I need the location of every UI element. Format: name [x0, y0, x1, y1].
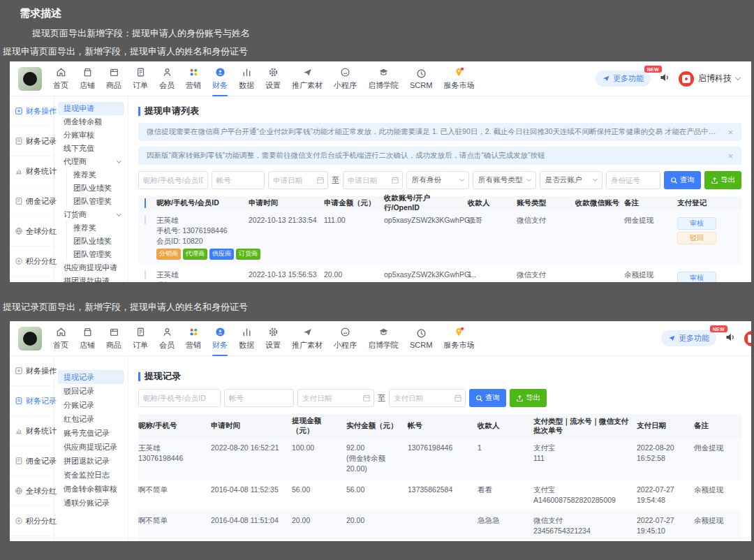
export-button[interactable]: 导出 — [704, 171, 741, 189]
cloud-account-select[interactable]: 是否云账户 — [540, 171, 603, 189]
nav-item-home[interactable]: 首页 — [47, 321, 74, 356]
close-icon[interactable]: × — [727, 151, 733, 161]
submenu-item[interactable]: 线下充值 — [54, 142, 128, 155]
store-logo[interactable] — [18, 327, 42, 351]
account-input[interactable] — [224, 389, 294, 407]
submenu-item[interactable]: 推荐奖 — [54, 168, 128, 182]
nav-item-service-market[interactable]: 服务市场 — [438, 321, 480, 356]
announcement-speaker-icon[interactable] — [725, 332, 736, 346]
submenu-item[interactable]: 团队管理奖 — [54, 248, 128, 261]
account-input[interactable] — [212, 171, 265, 189]
keyword-input[interactable] — [138, 171, 208, 189]
sidebar-item-finance-operations[interactable]: 财务操作 — [10, 96, 54, 126]
reject-button[interactable]: 驳回 — [677, 232, 716, 244]
nav-item-shop[interactable]: 店铺 — [74, 61, 101, 96]
submenu-group-orderer[interactable]: 订货商 — [54, 208, 128, 221]
submenu-item-withdraw-apply[interactable]: 提现申请 — [58, 102, 124, 115]
nav-item-academy[interactable]: 启博学院 — [362, 321, 404, 356]
submenu-item[interactable]: 供应商提现申请 — [54, 261, 128, 274]
sidebar-item-global-dividend[interactable]: 全球分红 — [10, 476, 54, 506]
nav-item-marketing[interactable]: 营销 — [180, 61, 207, 96]
id-card-input[interactable] — [606, 171, 660, 189]
nav-item-service-market[interactable]: 服务市场 — [438, 61, 480, 96]
nav-item-data[interactable]: 数据 — [233, 61, 260, 96]
nav-item-members[interactable]: 会员 — [154, 321, 180, 356]
nav-item-academy[interactable]: 启博学院 — [362, 61, 404, 96]
submenu-item[interactable]: 账号充值记录 — [54, 426, 128, 440]
nav-item-goods[interactable]: 商品 — [101, 321, 127, 356]
company-logo[interactable] — [744, 331, 751, 346]
select-all-checkbox[interactable] — [145, 198, 146, 208]
sidebar-item-points-dividend[interactable]: 积分分红 — [10, 246, 54, 277]
cell-withdraw-amount: 56.00 — [292, 480, 346, 510]
nav-item-home[interactable]: 首页 — [47, 61, 74, 96]
account-type-select[interactable]: 所有账号类型 — [473, 171, 535, 189]
sidebar-item-finance-records[interactable]: 财务记录 — [10, 126, 54, 156]
row-checkbox[interactable] — [145, 270, 146, 279]
sidebar-item-commission-records[interactable]: 佣金记录 — [10, 446, 54, 476]
announcement-speaker-icon[interactable] — [659, 72, 670, 86]
nav-item-members[interactable]: 会员 — [154, 61, 180, 96]
submenu-item-withdraw-records[interactable]: 提现记录 — [58, 370, 124, 384]
sidebar-item-points-dividend[interactable]: 积分分红 — [10, 506, 54, 536]
square-plus-icon — [15, 367, 23, 375]
gear-icon — [268, 327, 279, 338]
nav-item-scrm[interactable]: SCRM — [404, 321, 438, 356]
nav-item-finance[interactable]: 财务 — [207, 321, 233, 356]
nav-item-settings[interactable]: 设置 — [260, 61, 286, 96]
search-button[interactable]: 查询 — [469, 389, 506, 407]
more-features-button[interactable]: 更多功能 NEW — [596, 71, 651, 87]
cell-pay-date: 2022-07-27 19:54:48 — [637, 480, 694, 510]
more-features-button[interactable]: 更多功能 NEW — [661, 330, 716, 346]
audit-button[interactable]: 审核 — [677, 217, 716, 230]
nav-item-orders[interactable]: 订单 — [127, 321, 154, 356]
sidebar-item-finance-records[interactable]: 财务记录 — [10, 386, 54, 416]
account-menu[interactable]: 启博科技 — [679, 71, 740, 87]
chevron-down-icon — [735, 75, 741, 80]
submenu-item[interactable]: 拼团退款记录 — [54, 454, 128, 468]
submenu-item[interactable]: 供应商提现记录 — [54, 440, 128, 454]
sidebar-item-global-dividend[interactable]: 全球分红 — [10, 216, 54, 246]
keyword-input[interactable] — [138, 389, 221, 407]
submenu-item[interactable]: 推荐奖 — [54, 221, 128, 235]
audit-button[interactable]: 审核 — [677, 272, 716, 282]
search-button[interactable]: 查询 — [664, 171, 701, 189]
sidebar-item-finance-operations[interactable]: 财务操作 — [10, 356, 54, 386]
identity-select[interactable]: 所有身份 — [406, 171, 469, 189]
nav-item-promo-material[interactable]: 推广素材 — [286, 61, 328, 96]
nav-item-shop[interactable]: 店铺 — [74, 321, 101, 356]
row-checkbox[interactable] — [145, 215, 146, 225]
submenu-item[interactable]: 佣金转余额审核 — [54, 482, 128, 496]
nav-item-marketing[interactable]: 营销 — [180, 321, 207, 356]
submenu-group-agent[interactable]: 代理商 — [54, 155, 128, 168]
nav-item-promo-material[interactable]: 推广素材 — [286, 321, 328, 356]
submenu-item[interactable]: 团队管理奖 — [54, 195, 128, 208]
nav-item-goods[interactable]: 商品 — [101, 61, 127, 96]
submenu-item[interactable]: 驳回记录 — [54, 384, 128, 398]
nav-item-settings[interactable]: 设置 — [260, 321, 286, 356]
sidebar-item-finance-statistics[interactable]: 财务统计 — [10, 156, 54, 186]
submenu-item[interactable]: 拼团退款申请 — [54, 274, 128, 282]
submenu-item[interactable]: 团队业绩奖 — [54, 182, 128, 195]
nav-item-orders[interactable]: 订单 — [127, 61, 154, 96]
nav-item-scrm[interactable]: SCRM — [404, 61, 438, 96]
nav-item-finance[interactable]: 财务 — [207, 61, 233, 96]
submenu-item[interactable]: 团队业绩奖 — [54, 235, 128, 248]
calendar-icon — [454, 394, 462, 402]
submenu-item[interactable]: 通联分账记录 — [54, 496, 128, 510]
sidebar-item-commission-records[interactable]: 佣金记录 — [10, 186, 54, 216]
submenu-item[interactable]: 分账审核 — [54, 128, 128, 142]
new-badge: NEW — [710, 325, 727, 332]
submenu-item[interactable]: 分账记录 — [54, 398, 128, 412]
submenu-item[interactable]: 红包记录 — [54, 412, 128, 426]
close-icon[interactable]: × — [727, 127, 733, 138]
nav-item-data[interactable]: 数据 — [233, 321, 260, 356]
cell-apply-time: 2016-04-08 11:51:04 — [211, 510, 292, 541]
submenu-item[interactable]: 佣金转余额 — [54, 115, 128, 128]
store-logo[interactable] — [18, 67, 42, 91]
sidebar-item-finance-statistics[interactable]: 财务统计 — [10, 416, 54, 446]
export-button[interactable]: 导出 — [510, 389, 547, 407]
nav-item-mini-program[interactable]: 小程序 — [328, 61, 362, 96]
nav-item-mini-program[interactable]: 小程序 — [328, 321, 362, 356]
submenu-item[interactable]: 资金监控日志 — [54, 468, 128, 482]
